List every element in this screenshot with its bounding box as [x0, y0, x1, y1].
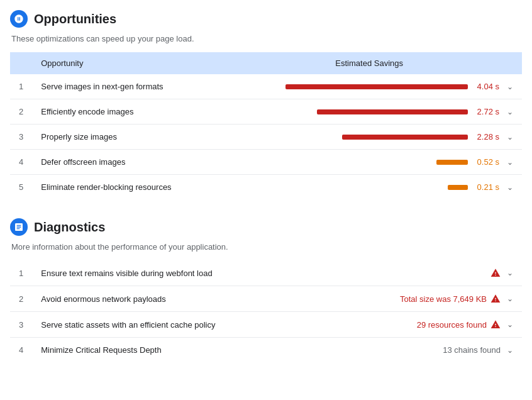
warning-icon	[490, 319, 501, 330]
warning-icon	[490, 294, 501, 304]
row-status: ⌄	[323, 260, 522, 286]
table-row[interactable]: 2 Avoid enormous network payloads Total …	[10, 286, 522, 312]
savings-bar	[317, 109, 468, 114]
savings-bar	[436, 160, 468, 165]
status-text: 13 chains found	[443, 345, 501, 355]
row-label: Avoid enormous network payloads	[32, 286, 323, 312]
savings-value: 4.04 s	[473, 82, 499, 91]
chevron-icon[interactable]: ⌄	[507, 320, 513, 329]
col-num-header	[10, 52, 32, 74]
table-row[interactable]: 1 Ensure text remains visible during web…	[10, 260, 522, 286]
status-cell: 29 resources found	[417, 319, 501, 330]
row-status: Total size was 7,649 KB ⌄	[323, 286, 522, 312]
diagnostics-section: Diagnostics More information about the p…	[10, 218, 522, 362]
row-status: 29 resources found ⌄	[323, 312, 522, 338]
opportunities-section: Opportunities These optimizations can sp…	[10, 10, 522, 199]
status-text: Total size was 7,649 KB	[400, 294, 487, 304]
icon-svg	[14, 222, 24, 232]
row-num: 1	[10, 74, 32, 99]
savings-bar	[285, 84, 468, 89]
row-num: 5	[10, 175, 32, 200]
savings-bar	[342, 135, 468, 140]
table-row[interactable]: 3 Serve static assets with an efficient …	[10, 312, 522, 338]
opportunities-header: Opportunities	[10, 10, 522, 28]
status-cell: 13 chains found	[443, 345, 501, 355]
col-opportunity-header: Opportunity	[32, 52, 216, 74]
col-savings-header: Estimated Savings	[216, 52, 522, 74]
row-num: 4	[10, 338, 32, 363]
row-num: 2	[10, 286, 32, 312]
chevron-icon[interactable]: ⌄	[507, 346, 513, 355]
status-text: 29 resources found	[417, 320, 487, 330]
opportunities-table: Opportunity Estimated Savings 1 Serve im…	[10, 52, 522, 199]
diagnostics-table: 1 Ensure text remains visible during web…	[10, 260, 522, 362]
opportunities-body: 1 Serve images in next-gen formats 4.04 …	[10, 74, 522, 199]
row-savings: 0.52 s ⌄	[216, 150, 522, 175]
table-row[interactable]: 1 Serve images in next-gen formats 4.04 …	[10, 74, 522, 99]
savings-value: 0.52 s	[473, 157, 499, 167]
opportunities-subtitle: These optimizations can speed up your pa…	[11, 34, 522, 43]
row-savings: 4.04 s ⌄	[216, 74, 522, 99]
row-label: Properly size images	[32, 125, 216, 150]
row-label: Minimize Critical Requests Depth	[32, 338, 323, 363]
row-label: Serve static assets with an efficient ca…	[32, 312, 323, 338]
row-num: 3	[10, 125, 32, 150]
row-label: Eliminate render-blocking resources	[32, 175, 216, 200]
diagnostics-header: Diagnostics	[10, 218, 522, 236]
row-savings: 2.72 s ⌄	[216, 99, 522, 125]
opportunities-icon	[10, 10, 28, 28]
row-label: Efficiently encode images	[32, 99, 216, 125]
row-label: Ensure text remains visible during webfo…	[32, 260, 323, 286]
diagnostics-icon	[10, 218, 28, 236]
savings-value: 2.28 s	[473, 132, 499, 142]
icon-svg	[14, 14, 24, 24]
row-num: 3	[10, 312, 32, 338]
table-header-row: Opportunity Estimated Savings	[10, 52, 522, 74]
savings-bar	[448, 185, 468, 190]
chevron-icon[interactable]: ⌄	[507, 82, 513, 91]
diagnostics-body: 1 Ensure text remains visible during web…	[10, 260, 522, 362]
opportunities-title: Opportunities	[34, 12, 116, 26]
chevron-icon[interactable]: ⌄	[507, 269, 513, 277]
status-cell	[490, 268, 501, 278]
savings-value: 2.72 s	[473, 107, 499, 116]
table-row[interactable]: 4 Minimize Critical Requests Depth 13 ch…	[10, 338, 522, 363]
row-num: 2	[10, 99, 32, 125]
status-cell: Total size was 7,649 KB	[400, 294, 501, 304]
table-row[interactable]: 3 Properly size images 2.28 s ⌄	[10, 125, 522, 150]
row-num: 1	[10, 260, 32, 286]
table-row[interactable]: 4 Defer offscreen images 0.52 s ⌄	[10, 150, 522, 175]
table-row[interactable]: 5 Eliminate render-blocking resources 0.…	[10, 175, 522, 200]
chevron-icon[interactable]: ⌄	[507, 108, 513, 116]
diagnostics-subtitle: More information about the performance o…	[11, 242, 522, 252]
chevron-icon[interactable]: ⌄	[507, 183, 513, 192]
row-label: Serve images in next-gen formats	[32, 74, 216, 99]
row-num: 4	[10, 150, 32, 175]
table-row[interactable]: 2 Efficiently encode images 2.72 s ⌄	[10, 99, 522, 125]
row-savings: 0.21 s ⌄	[216, 175, 522, 200]
row-status: 13 chains found ⌄	[323, 338, 522, 363]
chevron-icon[interactable]: ⌄	[507, 133, 513, 142]
diagnostics-title: Diagnostics	[34, 220, 105, 235]
warning-icon	[490, 268, 501, 278]
chevron-icon[interactable]: ⌄	[507, 158, 513, 167]
row-savings: 2.28 s ⌄	[216, 125, 522, 150]
savings-value: 0.21 s	[473, 182, 499, 192]
row-label: Defer offscreen images	[32, 150, 216, 175]
chevron-icon[interactable]: ⌄	[507, 294, 513, 303]
